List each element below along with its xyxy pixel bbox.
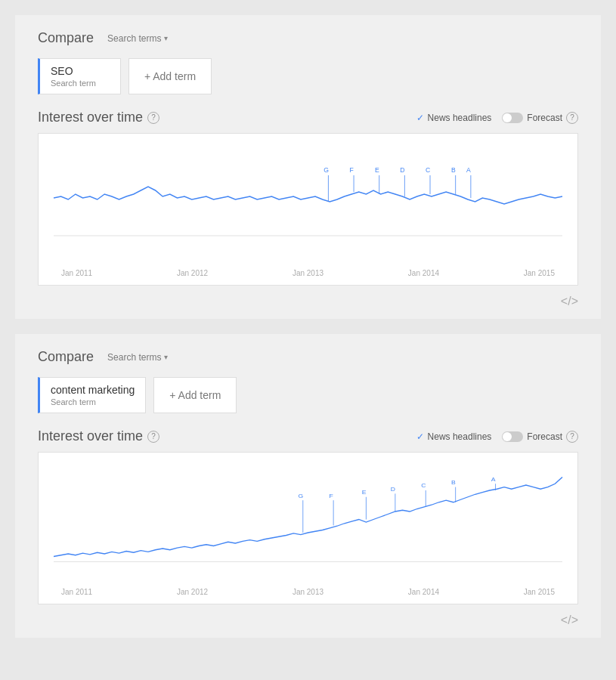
news-headlines-label-1: News headlines	[428, 113, 492, 123]
svg-text:E: E	[362, 490, 367, 496]
svg-text:D: D	[400, 166, 404, 174]
term-pill-content-marketing[interactable]: content marketing Search term	[38, 377, 146, 413]
add-term-btn-2[interactable]: + Add term	[153, 377, 237, 413]
news-headlines-label-2: News headlines	[428, 431, 492, 442]
add-term-btn-1[interactable]: + Add term	[128, 58, 212, 94]
x-label-2-0: Jan 2011	[61, 588, 92, 596]
term-pills-2: content marketing Search term + Add term	[38, 377, 578, 413]
x-label-1-4: Jan 2015	[524, 269, 555, 277]
search-terms-label-2: Search terms	[107, 352, 161, 363]
compare-row-2: Compare Search terms ▾	[38, 349, 578, 365]
x-axis-labels-2: Jan 2011 Jan 2012 Jan 2013 Jan 2014 Jan …	[54, 588, 562, 596]
svg-text:D: D	[391, 486, 395, 493]
forecast-legend-1: Forecast ?	[502, 112, 578, 124]
svg-text:C: C	[421, 483, 426, 490]
news-headlines-legend-2: ✓ News headlines	[416, 431, 492, 442]
svg-text:A: A	[491, 476, 496, 483]
forecast-help-icon-1[interactable]: ?	[566, 112, 578, 124]
interest-header-2: Interest over time ? ✓ News headlines Fo…	[38, 428, 578, 444]
check-icon-2: ✓	[416, 431, 424, 442]
svg-text:G: G	[299, 493, 304, 499]
x-label-1-1: Jan 2012	[177, 269, 208, 277]
search-terms-btn-1[interactable]: Search terms ▾	[104, 32, 171, 45]
check-icon-1: ✓	[416, 113, 424, 123]
svg-text:A: A	[466, 166, 471, 174]
chart-svg-2: G F E D C B A	[54, 464, 562, 570]
chevron-down-icon-2: ▾	[164, 353, 168, 361]
forecast-legend-2: Forecast ?	[502, 431, 578, 443]
forecast-toggle-1[interactable]	[502, 113, 523, 123]
x-label-2-2: Jan 2013	[293, 588, 323, 596]
term-pills-1: SEO Search term + Add term	[38, 58, 578, 94]
legend-row-1: ✓ News headlines Forecast ?	[416, 112, 578, 124]
svg-text:B: B	[451, 479, 456, 486]
term-pill-seo[interactable]: SEO Search term	[38, 58, 121, 94]
section-content-marketing: Compare Search terms ▾ content marketing…	[15, 334, 601, 638]
chart-container-2: G F E D C B A Jan 2011 Jan 2012 Jan 2013	[38, 452, 578, 604]
chart-area-1: G F E D C B A	[54, 145, 562, 266]
forecast-label-2: Forecast	[527, 431, 562, 442]
search-terms-btn-2[interactable]: Search terms ▾	[104, 351, 171, 364]
forecast-label-1: Forecast	[527, 113, 562, 123]
svg-text:E: E	[375, 166, 379, 174]
embed-icon-1[interactable]: </>	[38, 292, 578, 311]
chart-container-1: G F E D C B A Jan 2011 Jan 2012 Jan 2013	[38, 133, 578, 286]
svg-text:G: G	[323, 166, 329, 174]
interest-title-row-2: Interest over time ?	[38, 428, 159, 444]
legend-row-2: ✓ News headlines Forecast ?	[416, 431, 578, 443]
chevron-down-icon-1: ▾	[164, 34, 168, 42]
help-icon-2[interactable]: ?	[147, 431, 159, 443]
x-axis-labels-1: Jan 2011 Jan 2012 Jan 2013 Jan 2014 Jan …	[54, 269, 562, 277]
forecast-toggle-2[interactable]	[502, 431, 523, 442]
interest-header-1: Interest over time ? ✓ News headlines Fo…	[38, 110, 578, 125]
x-label-1-3: Jan 2014	[408, 269, 439, 277]
term-name-seo: SEO	[51, 65, 110, 77]
x-label-2-1: Jan 2012	[177, 588, 208, 596]
forecast-help-icon-2[interactable]: ?	[566, 431, 578, 443]
search-terms-label-1: Search terms	[107, 33, 161, 44]
term-sub-seo: Search term	[51, 79, 110, 88]
interest-title-1: Interest over time	[38, 110, 143, 125]
svg-text:F: F	[350, 166, 354, 174]
chart-svg-1: G F E D C B A	[54, 145, 562, 251]
section-seo: Compare Search terms ▾ SEO Search term +…	[15, 15, 601, 319]
x-label-1-0: Jan 2011	[61, 269, 92, 277]
embed-icon-2[interactable]: </>	[38, 610, 578, 630]
interest-title-2: Interest over time	[38, 428, 143, 444]
help-icon-1[interactable]: ?	[147, 112, 159, 124]
term-name-content-marketing: content marketing	[51, 384, 135, 396]
chart-area-2: G F E D C B A	[54, 464, 562, 585]
compare-row-1: Compare Search terms ▾	[38, 30, 578, 46]
x-label-2-4: Jan 2015	[524, 588, 555, 596]
news-headlines-legend-1: ✓ News headlines	[416, 113, 492, 123]
svg-text:F: F	[330, 493, 333, 499]
svg-text:B: B	[451, 166, 456, 174]
x-label-2-3: Jan 2014	[408, 588, 439, 596]
compare-label-1: Compare	[38, 30, 94, 46]
compare-label-2: Compare	[38, 349, 94, 365]
term-sub-content-marketing: Search term	[51, 397, 135, 406]
svg-text:C: C	[426, 166, 431, 174]
x-label-1-2: Jan 2013	[293, 269, 323, 277]
interest-title-row-1: Interest over time ?	[38, 110, 159, 125]
